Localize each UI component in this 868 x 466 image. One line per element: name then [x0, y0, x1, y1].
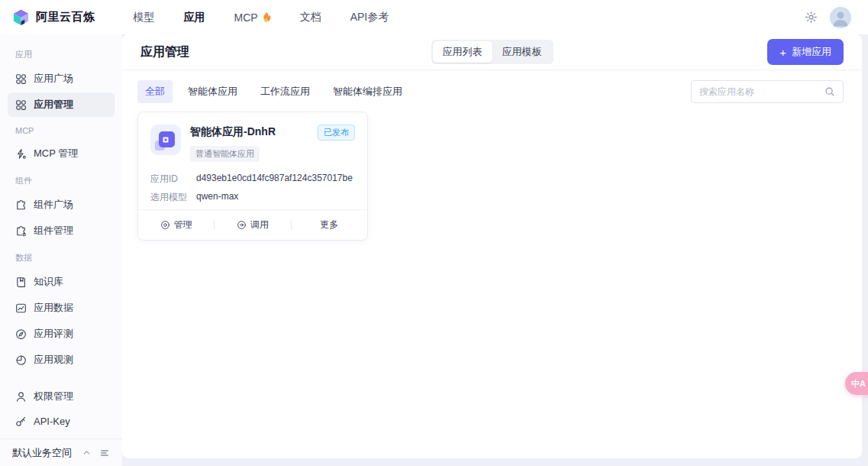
- mcp-icon: [15, 148, 27, 160]
- app-icon: [150, 125, 181, 155]
- filter-workflow-apps[interactable]: 工作流应用: [253, 80, 318, 103]
- primary-nav: 模型 应用 MCP 文档 API参考: [134, 11, 389, 24]
- bailian-logo-icon: [12, 8, 30, 26]
- chart-icon: [15, 303, 27, 314]
- filter-all[interactable]: 全部: [137, 80, 173, 103]
- more-button[interactable]: 更多: [292, 218, 367, 231]
- sidebar-section-data: 数据: [0, 244, 122, 269]
- chevron-up-icon[interactable]: [82, 448, 92, 458]
- grid-icon: [15, 73, 27, 85]
- filter-agent-orchestration-apps[interactable]: 智能体编排应用: [325, 80, 410, 103]
- page-title: 应用管理: [140, 44, 189, 60]
- search-icon[interactable]: [824, 86, 835, 97]
- workspace-name: 默认业务空间: [12, 446, 74, 460]
- person-icon: [15, 391, 27, 403]
- puzzle-icon: [15, 199, 27, 211]
- status-badge: 已发布: [318, 125, 355, 141]
- avatar[interactable]: [830, 7, 851, 28]
- filter-row: 全部 智能体应用 工作流应用 智能体编排应用: [122, 70, 862, 103]
- nav-item-models[interactable]: 模型: [134, 11, 155, 24]
- translate-icon: 中A: [851, 380, 866, 388]
- tab-app-templates[interactable]: 应用模板: [492, 41, 552, 63]
- sidebar-item-app-observability[interactable]: 应用观测: [8, 348, 115, 372]
- brand-name: 阿里云百炼: [36, 10, 95, 24]
- card-actions: 管理 调用 更多: [138, 209, 367, 240]
- tab-app-list[interactable]: 应用列表: [433, 41, 492, 63]
- fire-icon: [261, 11, 271, 23]
- sidebar-section-apps: 应用: [0, 40, 122, 66]
- gear-icon[interactable]: [805, 11, 818, 24]
- book-icon: [15, 277, 27, 288]
- nav-item-mcp[interactable]: MCP: [234, 11, 271, 24]
- sidebar-item-app-data[interactable]: 应用数据: [8, 296, 115, 320]
- main-area: 应用管理 应用列表 应用模板 + 新增应用 全部 智能体应用 工作流应用 智能体…: [122, 34, 868, 466]
- nav-item-apps[interactable]: 应用: [184, 11, 205, 24]
- sidebar-item-mcp-management[interactable]: MCP 管理: [8, 141, 115, 166]
- translate-widget[interactable]: 中A: [845, 372, 868, 395]
- app-fields: 应用ID d493eb1e0cd14fc987af124c357017be 选用…: [150, 173, 355, 204]
- field-model: 选用模型 qwen-max: [150, 191, 355, 204]
- sidebar-item-component-plaza[interactable]: 组件广场: [8, 193, 115, 217]
- manage-button[interactable]: 管理: [138, 218, 214, 231]
- field-app-id: 应用ID d493eb1e0cd14fc987af124c357017be: [150, 173, 355, 186]
- nav-item-docs[interactable]: 文档: [300, 11, 321, 24]
- plus-icon: +: [779, 47, 786, 57]
- workspace-switcher[interactable]: 默认业务空间: [0, 438, 122, 466]
- invoke-button[interactable]: 调用: [215, 218, 290, 231]
- panel-header: 应用管理 应用列表 应用模板 + 新增应用: [122, 34, 862, 70]
- sidebar: 应用 应用广场 应用管理 MCP MCP 管理 组件 组件广场 组件管理 数据 …: [0, 34, 122, 466]
- workspace-list-icon[interactable]: [99, 448, 110, 458]
- app-title[interactable]: 智能体应用-DnhR: [190, 125, 276, 138]
- sidebar-item-app-evaluation[interactable]: 应用评测: [8, 322, 115, 346]
- filter-agent-apps[interactable]: 智能体应用: [180, 80, 245, 103]
- sidebar-item-app-management[interactable]: 应用管理: [8, 92, 115, 117]
- top-navbar: 阿里云百炼 模型 应用 MCP 文档 API参考: [0, 0, 868, 34]
- search-input[interactable]: [699, 86, 824, 97]
- app-type-tag: 普通智能体应用: [190, 146, 260, 162]
- grid-icon: [15, 99, 27, 111]
- sidebar-item-permission-management[interactable]: 权限管理: [8, 384, 115, 409]
- puzzle-gear-icon: [15, 225, 27, 237]
- invoke-icon: [237, 220, 247, 230]
- compass-icon: [15, 328, 27, 340]
- sidebar-item-api-key[interactable]: API-Key: [8, 410, 115, 432]
- manage-icon: [160, 220, 170, 230]
- app-management-panel: 应用管理 应用列表 应用模板 + 新增应用 全部 智能体应用 工作流应用 智能体…: [122, 34, 862, 458]
- sidebar-section-mcp: MCP: [0, 118, 122, 141]
- sidebar-item-app-plaza[interactable]: 应用广场: [8, 66, 115, 91]
- view-switcher: 应用列表 应用模板: [431, 40, 553, 64]
- navbar-right: [805, 7, 856, 28]
- key-icon: [15, 416, 27, 427]
- nav-item-api-reference[interactable]: API参考: [350, 11, 389, 24]
- sidebar-item-knowledge-base[interactable]: 知识库: [8, 270, 115, 294]
- pie-chart-icon: [15, 354, 27, 366]
- add-app-button[interactable]: + 新增应用: [767, 39, 844, 65]
- search-box: [691, 80, 844, 103]
- sidebar-item-component-management[interactable]: 组件管理: [8, 218, 115, 243]
- app-card[interactable]: 智能体应用-DnhR 已发布 普通智能体应用 应用ID d493eb1e0cd1…: [137, 112, 368, 241]
- sidebar-section-components: 组件: [0, 167, 122, 192]
- brand[interactable]: 阿里云百炼: [12, 8, 95, 26]
